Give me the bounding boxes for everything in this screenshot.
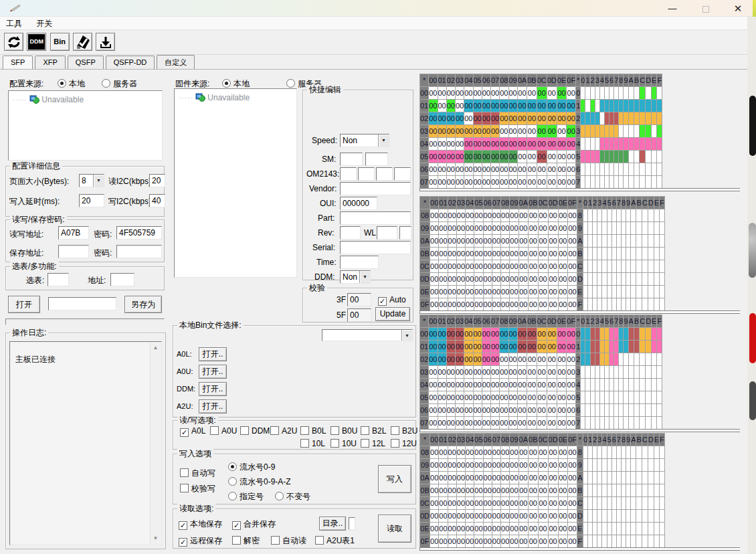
hex-cell[interactable]: 00 <box>456 273 465 286</box>
ascii-cell[interactable] <box>648 523 654 535</box>
hex-cell[interactable]: 00 <box>529 222 538 235</box>
ascii-cell[interactable] <box>626 298 631 311</box>
ascii-cell[interactable] <box>583 510 587 523</box>
hex-cell[interactable]: 00 <box>464 100 473 112</box>
ascii-cell[interactable] <box>599 353 604 366</box>
hex-cell[interactable]: 00 <box>547 176 557 189</box>
hex-cell[interactable]: 00 <box>439 273 448 286</box>
hex-cell[interactable]: 00 <box>483 222 492 235</box>
ascii-cell[interactable] <box>597 298 602 311</box>
ascii-cell[interactable] <box>652 151 657 163</box>
hex-cell[interactable]: 00 <box>558 209 567 222</box>
ascii-cell[interactable] <box>581 176 585 189</box>
hex-cell[interactable]: 00 <box>501 523 510 535</box>
hex-cell[interactable]: 00 <box>474 235 483 248</box>
hex-cell[interactable]: 00 <box>501 273 510 286</box>
ascii-cell[interactable] <box>657 417 662 430</box>
ascii-cell[interactable] <box>642 273 648 286</box>
hex-cell[interactable]: 00 <box>558 484 567 497</box>
hex-cell[interactable]: 00 <box>548 510 558 523</box>
ascii-cell[interactable] <box>648 209 654 222</box>
hex-cell[interactable]: 00 <box>446 138 455 151</box>
hex-cell[interactable]: 00 <box>510 298 518 311</box>
ascii-cell[interactable] <box>619 151 624 163</box>
ascii-cell[interactable] <box>604 391 609 404</box>
ascii-cell[interactable] <box>631 535 636 548</box>
ascii-cell[interactable] <box>604 417 609 430</box>
ascii-cell[interactable] <box>590 87 595 100</box>
hex-cell[interactable]: 00 <box>438 87 446 100</box>
checkbox-远程保存[interactable]: ✓远程保存 <box>179 535 222 547</box>
save-addr-input[interactable] <box>58 245 89 258</box>
hex-cell[interactable]: 00 <box>548 535 558 548</box>
ascii-cell[interactable] <box>604 404 609 417</box>
ascii-cell[interactable] <box>593 209 597 222</box>
hex-cell[interactable]: 00 <box>464 404 473 417</box>
hex-cell[interactable]: 00 <box>446 176 455 189</box>
ascii-cell[interactable] <box>657 176 662 189</box>
ascii-cell[interactable] <box>652 341 657 353</box>
hex-cell[interactable]: 00 <box>508 112 517 125</box>
hex-cell[interactable]: 00 <box>474 248 483 260</box>
hex-cell[interactable]: 00 <box>529 235 538 248</box>
ascii-cell[interactable] <box>581 151 585 163</box>
radio-不变号[interactable]: 不变号 <box>275 491 310 502</box>
hex-cell[interactable]: 00 <box>439 446 448 459</box>
ascii-cell[interactable] <box>660 235 665 248</box>
ascii-cell[interactable] <box>642 209 648 222</box>
ascii-cell[interactable] <box>646 138 652 151</box>
hex-cell[interactable]: 00 <box>538 209 548 222</box>
hex-cell[interactable]: 00 <box>557 391 566 404</box>
ascii-cell[interactable] <box>626 286 631 298</box>
hex-hscroll[interactable] <box>419 429 740 432</box>
hex-cell[interactable]: 00 <box>429 176 438 189</box>
ascii-cell[interactable] <box>624 353 628 366</box>
open-bin-button-3[interactable]: 打开.. <box>199 399 227 413</box>
ascii-cell[interactable] <box>611 298 616 311</box>
hex-cell[interactable]: 00 <box>456 260 465 273</box>
ascii-cell[interactable] <box>583 472 587 484</box>
ascii-cell[interactable] <box>588 472 593 484</box>
ascii-cell[interactable] <box>628 328 634 341</box>
hex-cell[interactable]: 00 <box>510 260 518 273</box>
hex-cell[interactable]: 00 <box>438 100 446 112</box>
ascii-cell[interactable] <box>595 151 599 163</box>
hex-cell[interactable]: 00 <box>483 446 492 459</box>
ascii-cell[interactable] <box>648 459 654 472</box>
hex-cell[interactable]: 00 <box>448 298 456 311</box>
hex-cell[interactable]: 00 <box>568 286 577 298</box>
hex-cell[interactable]: 00 <box>456 328 464 341</box>
hex-cell[interactable]: 00 <box>538 510 548 523</box>
hex-cell[interactable]: 00 <box>438 112 446 125</box>
maximize-button[interactable] <box>694 2 717 15</box>
ascii-cell[interactable] <box>607 222 611 235</box>
ascii-cell[interactable] <box>654 286 659 298</box>
hex-cell[interactable]: 00 <box>537 163 547 176</box>
wl-input-2[interactable] <box>399 226 411 240</box>
tab-sfp[interactable]: SFP <box>3 56 33 70</box>
hex-cell[interactable]: 00 <box>508 87 517 100</box>
ascii-cell[interactable] <box>648 273 654 286</box>
hex-cell[interactable]: 00 <box>466 535 474 548</box>
hex-cell[interactable]: 00 <box>501 298 510 311</box>
hex-cell[interactable]: 00 <box>429 366 438 379</box>
hex-cell[interactable]: 00 <box>547 328 557 341</box>
ascii-cell[interactable] <box>660 472 665 484</box>
hex-cell[interactable]: 00 <box>466 248 474 260</box>
ascii-cell[interactable] <box>599 379 604 391</box>
hex-cell[interactable]: 00 <box>557 151 566 163</box>
ascii-cell[interactable] <box>660 523 665 535</box>
hex-cell[interactable]: 00 <box>483 459 492 472</box>
ascii-cell[interactable] <box>597 209 602 222</box>
hex-cell[interactable]: 00 <box>464 379 473 391</box>
hex-cell[interactable]: 00 <box>527 404 537 417</box>
ascii-cell[interactable] <box>642 235 648 248</box>
ascii-cell[interactable] <box>599 138 604 151</box>
hex-cell[interactable]: 00 <box>446 341 455 353</box>
ascii-cell[interactable] <box>611 273 616 286</box>
hex-cell[interactable]: 00 <box>557 404 566 417</box>
scroll-up-icon[interactable]: ▲ <box>151 343 161 353</box>
ascii-cell[interactable] <box>583 286 587 298</box>
ascii-cell[interactable] <box>597 472 602 484</box>
hex-cell[interactable]: 00 <box>538 222 548 235</box>
